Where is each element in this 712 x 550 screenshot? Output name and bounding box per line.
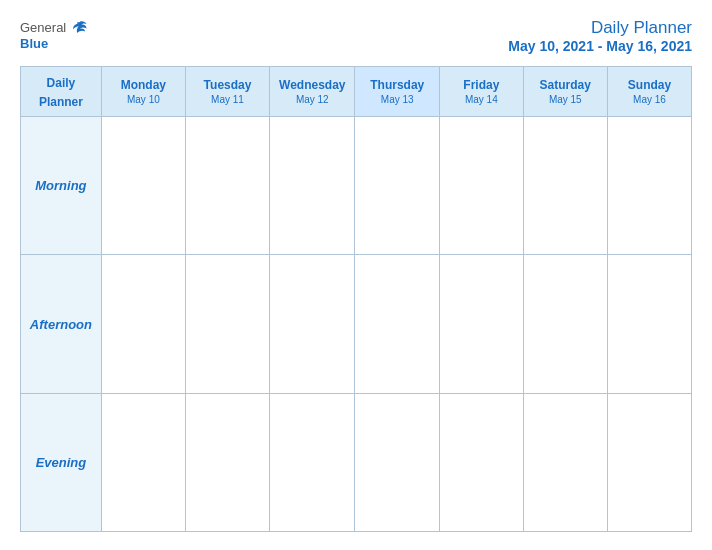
evening-label: Evening — [21, 393, 102, 531]
planner-title: Daily Planner — [508, 18, 692, 38]
logo-general-text: General — [20, 20, 66, 35]
afternoon-label: Afternoon — [21, 255, 102, 393]
logo-area: General Blue — [20, 18, 88, 51]
header-saturday: Saturday May 15 — [523, 67, 607, 117]
morning-row: Morning — [21, 117, 692, 255]
header-sunday: Sunday May 16 — [608, 67, 692, 117]
afternoon-saturday[interactable] — [523, 255, 607, 393]
logo-icon — [70, 18, 88, 36]
morning-saturday[interactable] — [523, 117, 607, 255]
table-header-label: Daily Planner — [21, 67, 102, 117]
header-wednesday: Wednesday May 12 — [270, 67, 355, 117]
header: General Blue Daily Planner May 10, 2021 … — [20, 18, 692, 54]
afternoon-monday[interactable] — [101, 255, 185, 393]
morning-tuesday[interactable] — [185, 117, 269, 255]
planner-table: Daily Planner Monday May 10 Tuesday May … — [20, 66, 692, 532]
afternoon-wednesday[interactable] — [270, 255, 355, 393]
afternoon-row: Afternoon — [21, 255, 692, 393]
afternoon-tuesday[interactable] — [185, 255, 269, 393]
header-thursday: Thursday May 13 — [355, 67, 440, 117]
evening-monday[interactable] — [101, 393, 185, 531]
afternoon-thursday[interactable] — [355, 255, 440, 393]
evening-friday[interactable] — [440, 393, 524, 531]
planner-date-range: May 10, 2021 - May 16, 2021 — [508, 38, 692, 54]
logo-text: General — [20, 18, 88, 36]
header-friday: Friday May 14 — [440, 67, 524, 117]
evening-sunday[interactable] — [608, 393, 692, 531]
evening-wednesday[interactable] — [270, 393, 355, 531]
morning-thursday[interactable] — [355, 117, 440, 255]
morning-monday[interactable] — [101, 117, 185, 255]
page: General Blue Daily Planner May 10, 2021 … — [0, 0, 712, 550]
afternoon-friday[interactable] — [440, 255, 524, 393]
evening-saturday[interactable] — [523, 393, 607, 531]
evening-row: Evening — [21, 393, 692, 531]
morning-wednesday[interactable] — [270, 117, 355, 255]
afternoon-sunday[interactable] — [608, 255, 692, 393]
evening-tuesday[interactable] — [185, 393, 269, 531]
morning-sunday[interactable] — [608, 117, 692, 255]
header-daily-planner: Daily Planner — [39, 76, 83, 109]
evening-thursday[interactable] — [355, 393, 440, 531]
morning-friday[interactable] — [440, 117, 524, 255]
header-monday: Monday May 10 — [101, 67, 185, 117]
logo-blue-text: Blue — [20, 36, 48, 51]
header-tuesday: Tuesday May 11 — [185, 67, 269, 117]
morning-label: Morning — [21, 117, 102, 255]
title-area: Daily Planner May 10, 2021 - May 16, 202… — [508, 18, 692, 54]
header-row: Daily Planner Monday May 10 Tuesday May … — [21, 67, 692, 117]
